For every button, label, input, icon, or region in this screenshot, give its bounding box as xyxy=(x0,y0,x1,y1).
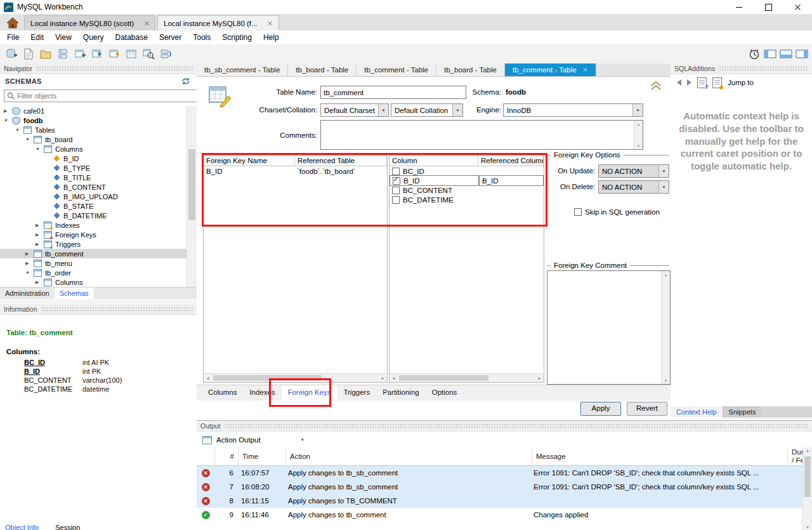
scrollbar-track[interactable] xyxy=(398,374,535,382)
toggle-left-sidebar-icon[interactable] xyxy=(764,48,776,60)
tree-item-tables[interactable]: Tables xyxy=(0,125,197,135)
checkbox[interactable] xyxy=(392,168,400,175)
panel-splitter[interactable] xyxy=(0,299,197,304)
open-script-icon[interactable] xyxy=(39,48,52,60)
referenced-column-cell[interactable] xyxy=(478,166,544,176)
dropdown-arrow-icon[interactable] xyxy=(378,104,388,116)
revert-button[interactable]: Revert xyxy=(627,402,667,416)
referenced-column-column-header[interactable]: Referenced Column xyxy=(478,156,544,166)
expander-collapsed-icon[interactable] xyxy=(36,242,44,247)
tree-item-b-title[interactable]: B_TITLE xyxy=(0,173,197,182)
column-cell[interactable]: BC_CONTENT xyxy=(390,185,478,195)
reconnect-server-icon[interactable] xyxy=(159,48,172,60)
menu-database[interactable]: Database xyxy=(110,30,154,44)
scroll-right-icon[interactable]: ► xyxy=(535,376,544,380)
skip-sql-generation-row[interactable]: Skip in SQL generation xyxy=(574,208,660,216)
output-scrollbar[interactable]: ▲ ▼ xyxy=(802,447,812,530)
checkbox[interactable] xyxy=(392,187,400,194)
column-cell[interactable]: B_ID xyxy=(390,175,479,186)
manual-context-help-icon[interactable] xyxy=(697,77,707,88)
fk-column-row-bc-datetime[interactable]: BC_DATETIME xyxy=(390,195,544,204)
menu-query[interactable]: Query xyxy=(77,30,110,44)
expander-collapsed-icon[interactable] xyxy=(36,232,44,237)
scroll-up-icon[interactable]: ▲ xyxy=(803,449,812,453)
dropdown-arrow-icon[interactable]: ▼ xyxy=(301,438,304,442)
dropdown-arrow-icon[interactable] xyxy=(658,181,669,193)
tab-context-help[interactable]: Context Help xyxy=(671,406,723,418)
forward-icon[interactable] xyxy=(687,79,691,86)
tree-item-columns[interactable]: Columns xyxy=(0,144,197,154)
expander-collapsed-icon[interactable] xyxy=(25,261,34,266)
tree-item-b-state[interactable]: B_STATE xyxy=(0,201,197,211)
tab-object-info[interactable]: Object Info xyxy=(5,524,39,530)
menu-scripting[interactable]: Scripting xyxy=(216,30,258,44)
scrollbar-thumb[interactable] xyxy=(213,375,322,381)
import-data-icon[interactable] xyxy=(91,48,103,60)
connection-tab-scott[interactable]: Local instance MySQL80 (scott) xyxy=(24,15,155,30)
editor-tab-tb-comment-1[interactable]: tb_comment - Table xyxy=(357,63,436,76)
fk-column-row-bc-content[interactable]: BC_CONTENT xyxy=(390,185,544,195)
charset-dropdown[interactable]: Default Charset xyxy=(320,103,389,117)
fk-column-row-bc-id[interactable]: BC_ID xyxy=(390,166,544,176)
time-column-header[interactable]: Time xyxy=(239,447,286,465)
tree-item-triggers[interactable]: Triggers xyxy=(0,239,197,249)
minimize-icon[interactable] xyxy=(724,0,754,14)
expander-collapsed-icon[interactable] xyxy=(25,251,34,256)
editor-tab-tb-board-2[interactable]: tb_board - Table xyxy=(436,63,505,76)
export-data-icon[interactable] xyxy=(108,48,121,60)
scroll-right-icon[interactable]: ► xyxy=(379,376,387,380)
tree-item-tb-order[interactable]: tb_order xyxy=(0,268,197,277)
scroll-left-icon[interactable]: ◄ xyxy=(204,376,212,380)
editor-tab-tb-sb-comment[interactable]: tb_sb_comment - Table xyxy=(197,63,288,76)
menu-file[interactable]: File xyxy=(1,30,25,44)
engine-dropdown[interactable]: InnoDB xyxy=(503,103,643,117)
tree-item-tb-menu[interactable]: tb_menu xyxy=(0,258,197,268)
jump-to-control[interactable]: Jump to xyxy=(728,79,754,86)
column-cell[interactable]: BC_ID xyxy=(390,166,478,176)
toggle-automatic-help-icon[interactable] xyxy=(712,77,722,88)
fk-columns-grid-body[interactable]: BC_ID B_ID B_ID BC_CONTENT BC_DATETIME xyxy=(390,166,544,373)
close-icon[interactable] xyxy=(268,21,273,26)
expander-collapsed-icon[interactable] xyxy=(36,280,44,285)
output-view-selector[interactable]: Action Output ▼ xyxy=(197,432,812,448)
tab-columns[interactable]: Columns xyxy=(202,385,243,401)
toggle-output-area-icon[interactable] xyxy=(780,48,792,60)
scroll-down-icon[interactable] xyxy=(664,377,668,384)
tab-options[interactable]: Options xyxy=(426,385,464,401)
tab-indexes[interactable]: Indexes xyxy=(243,385,281,401)
checkbox[interactable] xyxy=(392,196,400,204)
on-delete-dropdown[interactable]: NO ACTION xyxy=(598,180,669,194)
on-update-dropdown[interactable]: NO ACTION xyxy=(598,164,669,178)
scrollbar-thumb[interactable] xyxy=(399,375,488,381)
tree-item-cafe01[interactable]: cafe01 xyxy=(0,106,197,116)
scroll-left-icon[interactable]: ◄ xyxy=(390,376,398,380)
comments-textarea[interactable] xyxy=(320,120,643,150)
referenced-column-cell[interactable] xyxy=(478,185,544,195)
connection-tab-foodb[interactable]: Local instance MySQL80 (f... xyxy=(157,15,279,30)
tab-schemas[interactable]: Schemas xyxy=(55,288,94,299)
checkbox[interactable] xyxy=(393,177,400,185)
tab-session[interactable]: Session xyxy=(55,524,80,530)
index-column-header[interactable]: # xyxy=(215,447,239,465)
referenced-column-cell[interactable]: B_ID xyxy=(479,175,544,186)
collapse-panel-icon[interactable] xyxy=(650,81,662,91)
expander-expanded-icon[interactable] xyxy=(25,137,34,142)
scroll-up-icon[interactable] xyxy=(664,271,668,278)
output-row-9[interactable]: 9 16:11:46 Apply changes to tb_comment C… xyxy=(197,508,803,522)
scrollbar-thumb[interactable] xyxy=(188,149,195,220)
tree-item-b-img-upload[interactable]: B_IMG_UPLOAD xyxy=(0,192,197,201)
tab-administration[interactable]: Administration xyxy=(0,288,55,299)
expander-expanded-icon[interactable] xyxy=(25,270,34,275)
message-column-header[interactable]: Message xyxy=(532,447,788,465)
action-column-header[interactable]: Action xyxy=(286,447,532,465)
tree-item-b-type[interactable]: B_TYPE xyxy=(0,163,197,173)
editor-tab-tb-comment-active[interactable]: tb_comment - Table xyxy=(505,63,596,76)
fk-name-column-header[interactable]: Foreign Key Name xyxy=(204,156,295,166)
tree-item-b-content[interactable]: B_CONTENT xyxy=(0,182,197,192)
dropdown-arrow-icon[interactable] xyxy=(632,104,643,116)
output-row-7[interactable]: 7 16:08:20 Apply changes to tb_sb_commen… xyxy=(197,480,803,494)
menu-server[interactable]: Server xyxy=(154,30,187,44)
tab-partitioning[interactable]: Partitioning xyxy=(376,385,426,401)
server-status-icon[interactable] xyxy=(56,48,69,60)
refresh-icon[interactable] xyxy=(181,77,190,85)
